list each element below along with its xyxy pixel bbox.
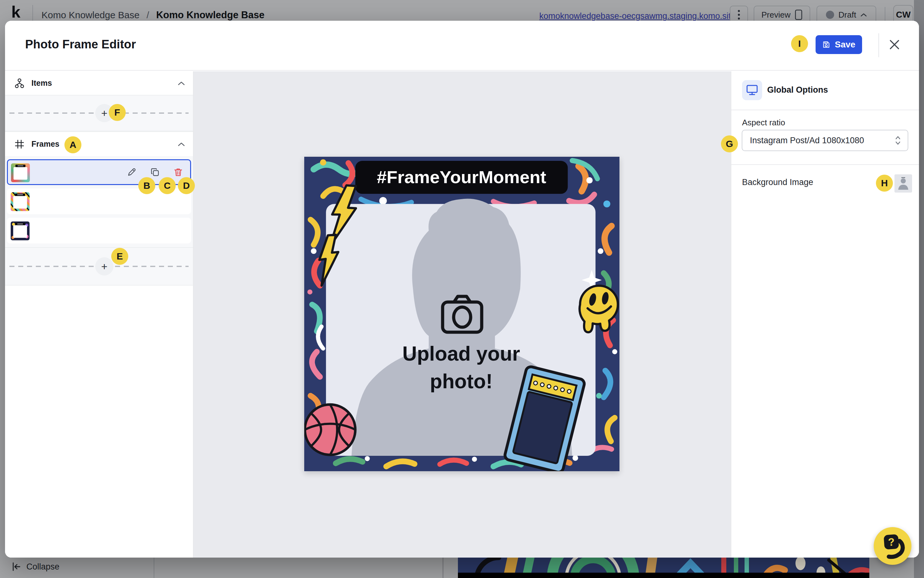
image-placeholder-person-icon (897, 177, 909, 190)
duplicate-frame-button[interactable] (149, 166, 161, 179)
frame-thumbnail-3 (11, 221, 29, 240)
modal-header: Photo Frame Editor Save (5, 21, 919, 71)
frames-section-header[interactable]: Frames (5, 131, 193, 156)
aspect-ratio-label: Aspect ratio (742, 118, 785, 128)
pencil-icon (127, 167, 137, 177)
aspect-ratio-select[interactable]: Instagram Post/Ad 1080x1080 (742, 130, 908, 151)
monitor-icon-badge (742, 80, 762, 100)
photo-frame-editor-modal: Photo Frame Editor Save (5, 21, 919, 558)
screen: k Komo Knowledge Base / Komo Knowledge B… (0, 0, 924, 578)
help-button[interactable]: ? (874, 527, 911, 565)
global-options-panel: Global Options Aspect ratio Instagram Po… (731, 71, 919, 558)
background-image-label: Background Image (742, 177, 813, 187)
frames-list (5, 156, 193, 247)
frame-thumbnail-1 (11, 163, 30, 182)
trash-icon (173, 167, 183, 177)
frames-icon (15, 139, 24, 149)
items-add-zone: + (5, 95, 193, 131)
modal-body: Items + Frames (5, 71, 919, 558)
add-frame-button[interactable]: + (95, 257, 114, 276)
aspect-ratio-value: Instagram Post/Ad 1080x1080 (750, 136, 864, 145)
annotation-c: C (159, 177, 176, 194)
global-options-title: Global Options (767, 85, 828, 95)
annotation-g: G (721, 135, 738, 153)
copy-icon (150, 167, 160, 177)
frames-label: Frames (31, 140, 59, 149)
annotation-i: I (791, 35, 808, 52)
monitor-icon (747, 85, 758, 96)
save-floppy-icon (822, 41, 830, 49)
close-icon (888, 39, 900, 50)
frame-artwork: Upload your photo! #FrameYourMoment (304, 157, 620, 471)
annotation-h: H (876, 175, 893, 192)
upload-text-line1: Upload your (402, 343, 520, 365)
page-preview-strip (458, 558, 869, 578)
help-question-glyph: ? (883, 534, 899, 549)
frame-row-3[interactable] (7, 218, 191, 244)
save-button[interactable]: Save (815, 35, 862, 54)
annotation-d: D (178, 177, 195, 194)
chevron-up-icon (178, 81, 185, 85)
delete-frame-button[interactable] (172, 166, 184, 179)
aspect-ratio-section: Aspect ratio Instagram Post/Ad 1080x1080 (731, 110, 919, 165)
frames-add-zone: + (5, 247, 193, 286)
items-hierarchy-icon (15, 78, 24, 88)
global-options-header: Global Options (731, 71, 919, 110)
select-updown-icon (895, 136, 901, 145)
frame-thumbnail-2 (11, 192, 29, 211)
annotation-e: E (111, 248, 128, 265)
items-section-header[interactable]: Items (5, 71, 193, 95)
editor-canvas: Upload your photo! #FrameYourMoment (194, 71, 731, 558)
frame-preview[interactable]: Upload your photo! #FrameYourMoment (304, 157, 620, 471)
background-image-thumbnail[interactable] (895, 174, 912, 193)
close-button[interactable] (887, 37, 902, 52)
edit-frame-button[interactable] (125, 166, 138, 179)
annotation-b: B (138, 177, 155, 194)
modal-title: Photo Frame Editor (25, 38, 136, 51)
annotation-a: A (64, 136, 81, 153)
background-image-section: Background Image (731, 165, 919, 215)
upload-text-line2: photo! (430, 370, 493, 393)
preview-strip-art (458, 558, 869, 578)
items-label: Items (31, 78, 52, 88)
hashtag-text: #FrameYourMoment (377, 167, 546, 187)
annotation-f: F (109, 104, 126, 121)
frame-row-actions (125, 166, 184, 179)
editor-sidebar: Items + Frames (5, 71, 194, 558)
chevron-up-icon (178, 142, 185, 146)
save-label: Save (835, 40, 855, 50)
header-divider (878, 33, 879, 57)
